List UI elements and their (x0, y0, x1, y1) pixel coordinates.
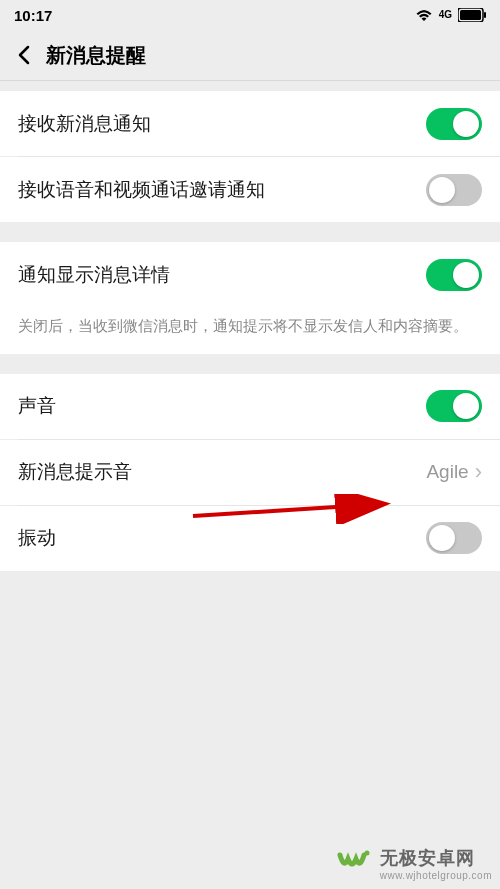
row-label: 声音 (18, 393, 426, 419)
wifi-icon (415, 8, 433, 22)
toggle-receive-new[interactable] (426, 108, 482, 140)
status-bar: 10:17 4G (0, 0, 500, 30)
watermark-logo-icon (336, 845, 372, 881)
chevron-left-icon (18, 45, 30, 65)
page-title: 新消息提醒 (46, 42, 146, 69)
row-receive-call: 接收语音和视频通话邀请通知 (0, 157, 500, 222)
nav-bar: 新消息提醒 (0, 30, 500, 80)
svg-rect-1 (460, 10, 481, 20)
svg-point-4 (364, 851, 369, 856)
section-gap (0, 222, 500, 242)
row-label: 振动 (18, 525, 426, 551)
row-desc-show-detail: 关闭后，当收到微信消息时，通知提示将不显示发信人和内容摘要。 (0, 307, 500, 354)
row-show-detail: 通知显示消息详情 (0, 242, 500, 307)
row-value: Agile (426, 461, 468, 483)
toggle-sound[interactable] (426, 390, 482, 422)
row-label: 通知显示消息详情 (18, 262, 426, 288)
svg-rect-2 (484, 12, 486, 18)
cellular-icon: 4G (439, 10, 452, 20)
watermark-brand: 无极安卓网 (380, 846, 492, 870)
battery-icon (458, 8, 486, 22)
watermark-url: www.wjhotelgroup.com (380, 870, 492, 881)
row-vibrate: 振动 (0, 506, 500, 571)
row-label: 接收语音和视频通话邀请通知 (18, 177, 426, 203)
toggle-receive-call[interactable] (426, 174, 482, 206)
toggle-show-detail[interactable] (426, 259, 482, 291)
section-gap (0, 81, 500, 91)
watermark: 无极安卓网 www.wjhotelgroup.com (336, 845, 492, 881)
row-sound: 声音 (0, 374, 500, 439)
back-button[interactable] (12, 43, 36, 67)
row-receive-new-messages: 接收新消息通知 (0, 91, 500, 156)
row-label: 新消息提示音 (18, 459, 426, 485)
row-sound-tone[interactable]: 新消息提示音 Agile › (0, 440, 500, 505)
row-label: 接收新消息通知 (18, 111, 426, 137)
section-gap (0, 354, 500, 374)
toggle-vibrate[interactable] (426, 522, 482, 554)
status-time: 10:17 (14, 7, 52, 24)
status-icons: 4G (415, 8, 486, 22)
chevron-right-icon: › (475, 459, 482, 485)
